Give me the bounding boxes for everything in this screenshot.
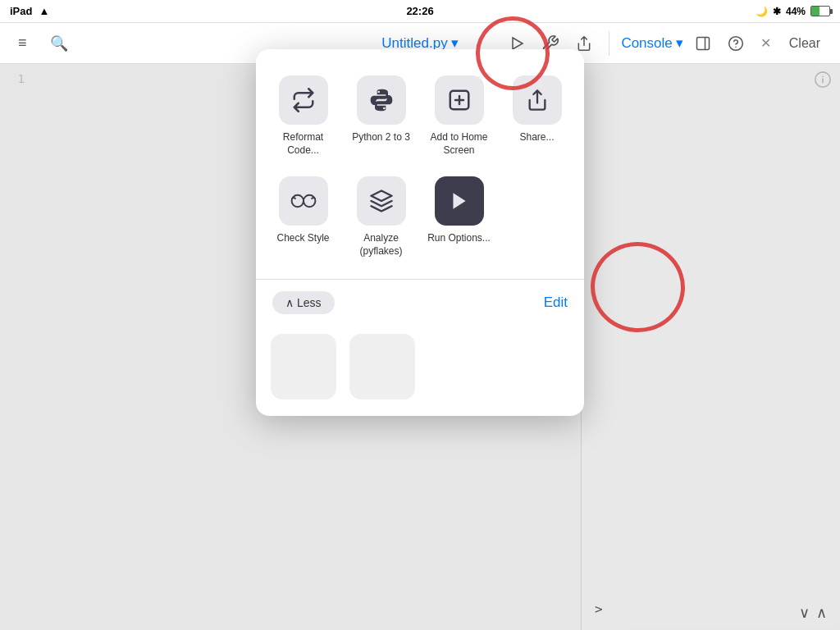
popup-extra-item-1 [271, 334, 336, 399]
console-overlay [582, 64, 840, 630]
reformat-label: Reformat Code... [271, 131, 336, 157]
console-button[interactable]: Console ▾ [621, 34, 682, 52]
time-display: 22:26 [406, 5, 433, 17]
close-button[interactable]: ✕ [756, 30, 776, 56]
less-chevron-icon: ∧ [285, 296, 294, 309]
add-home-icon-box [435, 75, 484, 125]
console-prompt: > [595, 601, 603, 617]
run-options-icon [435, 176, 484, 226]
help-button[interactable] [723, 30, 749, 57]
popup-footer: ∧ Less Edit [256, 283, 584, 326]
popup-item-reformat[interactable]: Reformat Code... [264, 66, 342, 167]
popup-item-empty [498, 167, 576, 267]
popup-item-analyze[interactable]: Analyze (pyflakes) [342, 167, 420, 267]
search-button[interactable]: 🔍 [45, 30, 73, 57]
less-button[interactable]: ∧ Less [272, 291, 335, 314]
popup-extra-item-2 [349, 334, 415, 399]
popup-divider [256, 279, 584, 280]
popup-item-addtohome[interactable]: Add to Home Screen [420, 66, 498, 167]
search-icon: 🔍 [50, 34, 68, 52]
edit-label: Edit [544, 294, 568, 310]
sidebar-button[interactable] [690, 30, 716, 57]
analyze-icon [357, 176, 406, 226]
popup-item-checkstyle[interactable]: Check Style [264, 167, 342, 267]
checkstyle-label: Check Style [276, 232, 329, 245]
svg-point-13 [304, 195, 315, 207]
menu-icon: ≡ [18, 34, 27, 52]
battery-label: 44% [786, 6, 806, 17]
toolbar-divider [609, 31, 609, 56]
less-label: Less [297, 296, 322, 309]
svg-rect-1 [696, 37, 709, 49]
battery-icon [810, 6, 830, 16]
svg-marker-15 [453, 193, 465, 209]
console-up-icon: ∧ [816, 605, 827, 621]
popup-item-runoptions[interactable]: Run Options... [420, 167, 498, 267]
console-dropdown-icon: ▾ [676, 34, 683, 52]
analyze-label: Analyze (pyflakes) [349, 232, 413, 258]
sidebar-icon [695, 35, 711, 52]
clear-label: Clear [789, 36, 820, 50]
status-bar: iPad ▲ 22:26 🌙 ✱ 44% [0, 0, 840, 23]
share-icon [576, 35, 592, 52]
edit-button[interactable]: Edit [544, 294, 568, 311]
addtohome-label: Add to Home Screen [427, 131, 491, 157]
help-icon [728, 35, 744, 52]
moon-icon: 🌙 [756, 6, 768, 17]
console-down-icon: ∨ [799, 605, 810, 621]
popup-extra-row [256, 326, 584, 416]
runoptions-label: Run Options... [427, 232, 491, 245]
svg-point-8 [383, 107, 386, 110]
console-up-button[interactable]: ∧ [816, 604, 827, 622]
popup-grid: Reformat Code... Python 2 to 3 [256, 49, 584, 276]
console-down-button[interactable]: ∨ [799, 604, 810, 622]
bluetooth-icon: ✱ [773, 6, 781, 17]
python-icon [357, 75, 406, 125]
svg-point-12 [291, 195, 303, 207]
clear-button[interactable]: Clear [783, 31, 827, 56]
device-label: iPad [10, 5, 32, 17]
wifi-icon: ▲ [39, 5, 49, 17]
popup-item-python2to3[interactable]: Python 2 to 3 [342, 66, 420, 167]
reformat-icon [279, 75, 328, 125]
popup-item-share[interactable]: Share... [498, 66, 576, 167]
svg-point-3 [728, 36, 742, 50]
svg-marker-0 [513, 38, 523, 49]
console-area[interactable]: > ∨ ∧ [582, 64, 840, 630]
svg-point-7 [377, 91, 380, 94]
close-icon: ✕ [760, 35, 771, 51]
console-label: Console [621, 35, 672, 52]
python2to3-label: Python 2 to 3 [352, 131, 410, 144]
checkstyle-icon [279, 176, 328, 226]
actions-popup: Reformat Code... Python 2 to 3 [256, 49, 584, 416]
share-popup-icon [513, 75, 562, 125]
menu-button[interactable]: ≡ [13, 30, 32, 57]
share-label: Share... [519, 131, 554, 144]
